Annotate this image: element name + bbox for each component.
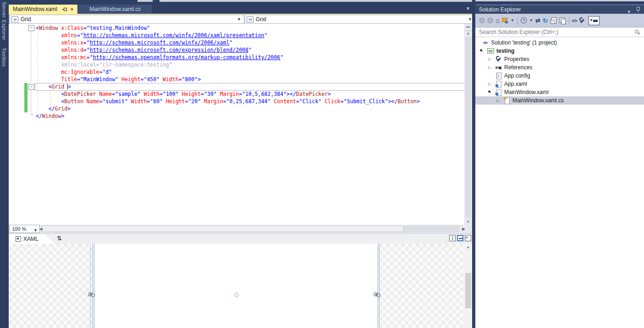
code-line[interactable]: </Grid>: [36, 105, 71, 112]
search-icon[interactable]: [634, 29, 640, 35]
xaml-code-editor[interactable]: −<Window x:Class="testing.MainWindow" xm…: [9, 24, 472, 225]
chevron-down-icon[interactable]: ▼: [529, 18, 533, 22]
scroll-up-icon[interactable]: ▲: [464, 245, 472, 249]
collapse-region-toggle[interactable]: −: [28, 25, 34, 31]
preview-selected-items-toggle[interactable]: [589, 16, 600, 25]
code-token: xmlns:local="clr-namespace:testing": [36, 61, 172, 68]
code-token: "450": [143, 76, 160, 83]
pending-changes-filter-button[interactable]: [521, 17, 527, 23]
forward-button[interactable]: ›: [487, 17, 493, 23]
switch-views-button[interactable]: [502, 18, 508, 23]
show-all-files-button[interactable]: [559, 17, 566, 24]
code-line[interactable]: xmlns:mc="http://schemas.openxmlformats.…: [36, 54, 283, 61]
expanded-arrow-icon[interactable]: ▶: [487, 89, 493, 95]
tab-mainwindow-xaml[interactable]: MainWindow.xaml ×: [9, 5, 77, 14]
scrollbar-track[interactable]: [42, 225, 459, 232]
properties-button[interactable]: [579, 17, 585, 24]
solution-explorer-titlebar[interactable]: Solution Explorer ▼: [475, 5, 644, 14]
code-token: "20": [188, 98, 201, 105]
code-line[interactable]: </Window>: [36, 112, 64, 120]
element-breadcrumb-right[interactable]: <> Grid ▼: [244, 15, 475, 24]
close-icon[interactable]: ×: [71, 6, 73, 12]
code-token: "testing.MainWindow": [87, 25, 150, 31]
collapsed-arrow-icon[interactable]: ▷: [488, 57, 495, 61]
scroll-up-icon[interactable]: ▲: [464, 31, 472, 35]
change-tracking-bar: [24, 105, 28, 112]
view-code-button[interactable]: <>: [572, 18, 577, 23]
pin-icon[interactable]: [62, 7, 67, 12]
tree-item-testing[interactable]: ▶C#testing: [475, 47, 644, 55]
solution-explorer-search[interactable]: Search Solution Explorer (Ctrl+;): [475, 28, 644, 37]
toolbar-separator: [569, 17, 569, 24]
collapsed-arrow-icon[interactable]: ▷: [496, 98, 504, 103]
xaml-icon: [495, 81, 502, 87]
zoom-value: 100 %: [12, 226, 26, 232]
tree-item-properties[interactable]: ▷Properties: [475, 55, 644, 63]
editor-zoom-select[interactable]: 100 % ▼: [9, 225, 40, 233]
tree-item-mainwindow-xaml[interactable]: ▶MainWindow.xaml: [475, 88, 644, 96]
tree-item-label: MainWindow.xaml: [504, 89, 549, 95]
collapse-pane-button[interactable]: »: [465, 235, 471, 241]
code-token: "10,5,682,384": [242, 91, 286, 97]
code-line[interactable]: xmlns:local="clr-namespace:testing": [36, 61, 172, 68]
tree-item-references[interactable]: ▷References: [475, 63, 644, 72]
code-token: Height: [163, 98, 185, 105]
tab-label: MainWindow.xaml: [13, 6, 57, 12]
design-vertical-scrollbar[interactable]: ▲: [464, 244, 472, 328]
back-button[interactable]: ‹: [479, 17, 485, 23]
expanded-arrow-icon[interactable]: ▶: [479, 48, 485, 54]
chevron-down-icon[interactable]: ▼: [511, 18, 514, 22]
collapse-region-toggle[interactable]: −: [28, 84, 34, 90]
code-token: </: [36, 113, 42, 119]
scroll-down-icon[interactable]: ▼: [464, 220, 472, 224]
code-line[interactable]: Title="MainWindow" Height="450" Width="8…: [36, 76, 201, 83]
margin-anchor-right-icon[interactable]: [374, 292, 381, 297]
code-token: >: [417, 98, 420, 105]
grid-center-handle[interactable]: [235, 293, 238, 297]
scrollbar-thumb[interactable]: [465, 273, 471, 308]
document-well-dropdown-icon[interactable]: ▼: [466, 6, 470, 11]
design-canvas[interactable]: [94, 244, 378, 328]
collapsed-arrow-icon[interactable]: ▷: [488, 82, 495, 86]
code-line[interactable]: mc:Ignorable="d": [36, 68, 112, 76]
scrollbar-thumb[interactable]: [42, 225, 403, 232]
scrollbar-thumb[interactable]: [465, 37, 471, 217]
horizontal-split-button[interactable]: [457, 235, 463, 241]
chevron-down-icon[interactable]: ▼: [468, 17, 472, 22]
server-explorer-tab[interactable]: Server Explorer: [1, 2, 7, 40]
tab-mainwindow-xaml-cs[interactable]: MainWindow.xaml.cs: [78, 5, 152, 14]
code-line[interactable]: xmlns:x="http://schemas.microsoft.com/wi…: [36, 39, 232, 46]
swap-panes-icon[interactable]: ⇅: [57, 235, 62, 242]
toolbox-tab[interactable]: Toolbox: [1, 48, 7, 67]
vertical-split-button[interactable]: [449, 235, 456, 241]
code-token: http://schemas.microsoft.com/winfx/2006/…: [90, 39, 230, 46]
sync-with-active-document-button[interactable]: ⇄: [535, 17, 540, 24]
refresh-button[interactable]: ↻: [543, 17, 548, 24]
design-surface[interactable]: [9, 244, 472, 328]
collapsed-arrow-icon[interactable]: ▷: [488, 65, 495, 70]
code-line[interactable]: xmlns="http://schemas.microsoft.com/winf…: [36, 32, 267, 39]
pin-icon[interactable]: [636, 7, 640, 13]
tree-item-mainwindow-xaml-cs[interactable]: ▷MainWindow.xaml.cs: [475, 96, 644, 105]
code-token: Margin: [201, 98, 223, 105]
element-breadcrumb-left[interactable]: <> Grid ▼: [9, 15, 244, 24]
panel-divider[interactable]: [472, 0, 475, 328]
collapse-all-button[interactable]: [550, 17, 557, 24]
code-line[interactable]: <Button Name="submit" Width="60" Height=…: [36, 98, 420, 105]
margin-anchor-left-icon[interactable]: [88, 292, 96, 297]
code-token: =: [83, 25, 87, 31]
editor-splitter-handle[interactable]: [464, 24, 472, 31]
xaml-pane-tab[interactable]: XAML: [10, 234, 55, 244]
scroll-right-icon[interactable]: ▶: [460, 227, 468, 231]
tree-item-app-xaml[interactable]: ▷App.xaml: [475, 80, 644, 88]
code-line[interactable]: xmlns:d="http://schemas.microsoft.com/ex…: [36, 46, 252, 54]
code-line[interactable]: <Grid >: [36, 83, 71, 90]
chevron-down-icon[interactable]: ▼: [237, 17, 241, 22]
code-token: >: [68, 83, 71, 90]
code-line[interactable]: <Window x:Class="testing.MainWindow": [36, 24, 150, 32]
tree-item-app-config[interactable]: App.config: [475, 72, 644, 80]
home-button[interactable]: ⌂: [495, 17, 500, 23]
code-line[interactable]: <DatePicker Name="sample" Width="100" He…: [36, 90, 331, 98]
tree-item-solution-testing-1-project[interactable]: ∞Solution 'testing' (1 project): [475, 39, 644, 47]
editor-vertical-scrollbar[interactable]: ▲ ▼: [464, 24, 472, 225]
